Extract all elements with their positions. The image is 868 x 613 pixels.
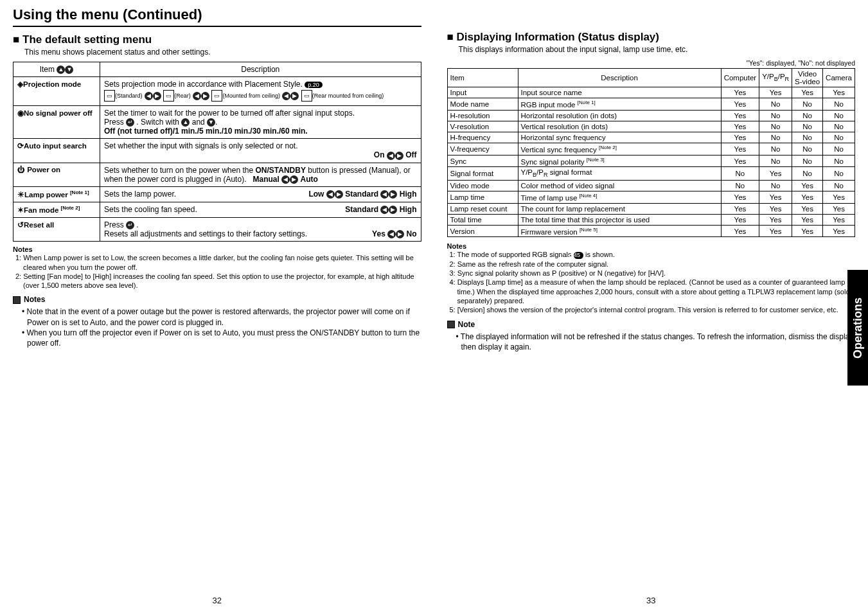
notes-heading: Notes bbox=[447, 242, 856, 250]
side-tab-operations: Operations bbox=[847, 270, 868, 386]
status-display-desc: This displays information about the inpu… bbox=[459, 45, 856, 54]
table-row: V-frequencyVertical sync frequency [Note… bbox=[447, 143, 855, 155]
right-icon: ▶ bbox=[396, 230, 404, 238]
enter-icon: ↵ bbox=[126, 221, 134, 229]
right-icon: ▶ bbox=[389, 190, 397, 199]
power-on-icon: ⏻ bbox=[17, 166, 25, 173]
left-icon: ◀ bbox=[326, 190, 335, 199]
table-row: H-frequencyHorizontal sync frequencyYesN… bbox=[447, 132, 855, 143]
default-settings-table: Item ▲▼ Description ◈Projection mode Set… bbox=[13, 62, 421, 242]
right-icon: ▶ bbox=[153, 92, 161, 100]
table-row: InputInput source nameYesYesYesYes bbox=[447, 87, 855, 98]
note-2: 2: Same as the refresh rate of the compu… bbox=[450, 260, 856, 269]
no-signal-icon: ◉ bbox=[17, 109, 24, 117]
left-icon: ◀ bbox=[282, 92, 290, 100]
left-icon: ◀ bbox=[387, 152, 395, 160]
projector-icon: ▭ bbox=[104, 90, 115, 102]
default-menu-desc: This menu shows placement status and oth… bbox=[24, 48, 421, 57]
right-icon: ▶ bbox=[290, 92, 299, 100]
right-icon: ▶ bbox=[395, 152, 403, 160]
default-menu-heading: The default setting menu bbox=[13, 33, 421, 46]
page-number-right: 33 bbox=[646, 596, 655, 605]
fan-icon: ✶ bbox=[17, 206, 24, 214]
table-row: ◈Projection mode Sets projection mode in… bbox=[13, 77, 421, 106]
col-computer: Computer bbox=[721, 69, 759, 87]
left-icon: ◀ bbox=[281, 175, 290, 184]
table-row: H-resolutionHorizontal resolution (in do… bbox=[447, 110, 855, 121]
page-number-left: 32 bbox=[213, 596, 222, 605]
down-icon: ▼ bbox=[207, 118, 215, 127]
col-ypbpr: Y/PB/PR bbox=[759, 69, 792, 87]
note-2: 2: Setting [Fan mode] to [High] increase… bbox=[15, 272, 421, 290]
table-row: ✶Fan mode [Note 2] Sets the cooling fan … bbox=[13, 202, 421, 217]
note-3: 3: Sync signal polarity shown as P (posi… bbox=[450, 269, 856, 278]
note-bullet: • The displayed information will not be … bbox=[456, 332, 856, 352]
auto-input-icon: ⟳ bbox=[17, 142, 24, 150]
notes-box-heading: Notes bbox=[13, 295, 421, 304]
status-display-heading: Displaying Information (Status display) bbox=[447, 31, 856, 44]
table-row: Lamp reset countThe count for lamp repla… bbox=[447, 203, 855, 214]
left-icon: ◀ bbox=[193, 92, 201, 100]
right-icon: ▶ bbox=[201, 92, 209, 100]
col-item: Item ▲▼ bbox=[13, 62, 100, 77]
down-icon: ▼ bbox=[65, 66, 73, 74]
table-row: SyncSync signal polarity [Note 3]YesNoNo… bbox=[447, 155, 855, 167]
bullet-1: • Note that in the event of a power outa… bbox=[22, 306, 421, 327]
projection-icon: ◈ bbox=[17, 80, 23, 88]
page-title: Using the menu (Continued) bbox=[13, 6, 421, 27]
table-row: ☀Lamp power [Note 1] Sets the lamp power… bbox=[13, 186, 421, 202]
note-1: 1: When Lamp power is set to Low, the sc… bbox=[15, 253, 421, 272]
table-row: Video modeColor method of video signalNo… bbox=[447, 180, 855, 191]
enter-icon: ↵ bbox=[126, 118, 134, 127]
col-video: Video S-video bbox=[792, 69, 823, 87]
up-icon: ▲ bbox=[57, 66, 65, 74]
col-description: Description bbox=[518, 69, 721, 87]
note-1: 1: The mode of supported RGB signals p.4… bbox=[450, 250, 856, 259]
left-icon: ◀ bbox=[380, 190, 389, 199]
page-ref-45: p.45 bbox=[574, 252, 584, 260]
lamp-icon: ☀ bbox=[17, 191, 24, 199]
left-icon: ◀ bbox=[387, 230, 396, 238]
notes-heading: Notes bbox=[13, 245, 421, 253]
left-icon: ◀ bbox=[380, 206, 389, 214]
bullet-2: • When you turn off the projector even i… bbox=[22, 328, 421, 348]
status-table: Item Description Computer Y/PB/PR Video … bbox=[447, 68, 856, 237]
right-icon: ▶ bbox=[290, 175, 298, 184]
table-row: Signal formatY/PB/PR signal formatNoYesN… bbox=[447, 167, 855, 180]
table-row: VersionFirmware version [Note 5]YesYesYe… bbox=[447, 225, 855, 237]
reset-icon: ↺ bbox=[17, 221, 24, 229]
col-description: Description bbox=[100, 62, 421, 77]
page-ref-20: p.20 bbox=[305, 82, 323, 88]
table-row: V-resolutionVertical resolution (in dots… bbox=[447, 121, 855, 132]
projector-icon: ▭ bbox=[163, 90, 174, 102]
table-row: ◉No signal power off Set the timer to wa… bbox=[13, 105, 421, 138]
right-icon: ▶ bbox=[389, 206, 397, 214]
table-row: Lamp timeTime of lamp use [Note 4]YesYes… bbox=[447, 191, 855, 203]
right-icon: ▶ bbox=[335, 190, 343, 199]
table-row: ⟳Auto input search Set whether the input… bbox=[13, 139, 421, 163]
legend: "Yes": displayed, "No": not displayed bbox=[447, 59, 856, 67]
note-box-heading: Note bbox=[447, 320, 856, 329]
table-row: ⏻ Power on Sets whether to turn on the p… bbox=[13, 163, 421, 186]
note-4: 4: Displays [Lamp time] as a measure of … bbox=[450, 278, 856, 305]
up-icon: ▲ bbox=[181, 118, 190, 127]
table-row: ↺Reset all Press ↵ . Resets all adjustme… bbox=[13, 217, 421, 242]
note-5: 5: [Version] shows the version of the pr… bbox=[450, 305, 856, 314]
projector-icon: ▭ bbox=[211, 90, 222, 102]
table-row: Mode nameRGB input mode [Note 1]YesNoNoN… bbox=[447, 98, 855, 111]
table-row: Total timeThe total time that this proje… bbox=[447, 214, 855, 225]
projector-icon: ▭ bbox=[301, 90, 312, 102]
col-camera: Camera bbox=[823, 69, 855, 87]
col-item: Item bbox=[447, 69, 518, 87]
left-icon: ◀ bbox=[145, 92, 153, 100]
